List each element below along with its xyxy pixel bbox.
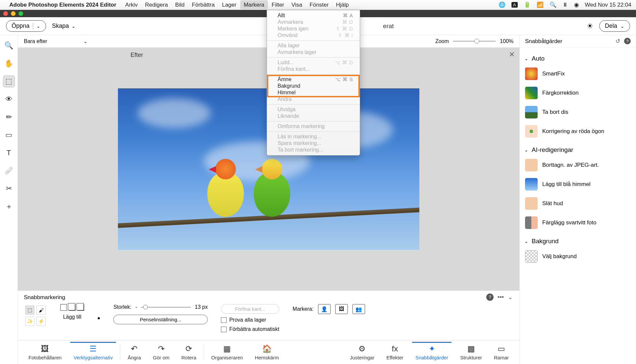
menu-bild[interactable]: Bild <box>172 0 188 9</box>
tool-rail: 🔍 ✋ ⬚ 👁 ✏ ▭ T 🩹 ✂ ＋ <box>0 35 18 364</box>
menu-arkiv[interactable]: Arkiv <box>122 0 141 9</box>
create-label: Skapa <box>52 23 69 29</box>
close-window[interactable] <box>3 11 8 16</box>
action-ta-bort-dis[interactable]: Ta bort dis <box>523 103 633 122</box>
refine-edge-button[interactable]: Förfina kant... <box>221 304 279 314</box>
size-value: 13 px <box>195 304 208 310</box>
action-borttagn-av-jpeg-art-[interactable]: Borttagn. av JPEG-art. <box>523 156 633 175</box>
menu-hjälp[interactable]: Hjälp <box>332 0 352 9</box>
control-center-icon[interactable]: ⏸ <box>562 2 568 8</box>
zoom-slider[interactable] <box>453 41 496 42</box>
action-välj-bakgrund[interactable]: Välj bakgrund <box>523 247 633 266</box>
theme-icon[interactable]: ☀ <box>587 22 593 30</box>
size-slider[interactable] <box>141 307 191 308</box>
after-label: Efter <box>131 52 143 59</box>
globe-icon[interactable]: 🌐 <box>499 1 505 8</box>
minimize-window[interactable] <box>11 11 16 16</box>
tab-ångra[interactable]: ↶Ångra <box>122 342 147 362</box>
section-bakgrund[interactable]: ⌄Bakgrund <box>523 236 633 247</box>
action-färglägg-svartvitt-foto[interactable]: Färglägg svartvitt foto <box>523 213 633 232</box>
menu-item-allt[interactable]: Allt⌘ A <box>267 12 360 19</box>
crop-tool[interactable]: ✂ <box>3 183 15 195</box>
section-auto[interactable]: ⌄Auto <box>523 53 633 64</box>
view-mode-dropdown[interactable]: Bara efter ⌄ <box>24 38 87 44</box>
action-färgkorrektion[interactable]: Färgkorrektion <box>523 83 633 103</box>
help-icon[interactable]: ? <box>486 294 494 301</box>
new-selection-icon[interactable] <box>60 304 67 311</box>
whiten-tool[interactable]: ✏ <box>3 111 15 123</box>
tab-verktygsalternativ[interactable]: ☰Verktygsalternativ <box>68 342 119 362</box>
menu-markera[interactable]: Markera <box>240 0 268 9</box>
mode-tab[interactable]: erat <box>383 23 394 30</box>
brush-select-icon[interactable]: 🖌 <box>36 305 46 315</box>
subtract-selection-icon[interactable] <box>78 304 84 311</box>
brush-settings-button[interactable]: Penselinställning... <box>113 315 208 324</box>
menu-filter[interactable]: Filter <box>268 0 288 9</box>
zoom-tool[interactable]: 🔍 <box>3 40 15 52</box>
quick-select-tool[interactable]: ⬚ <box>3 75 15 87</box>
clock[interactable]: Wed Nov 15 22:04 <box>585 2 632 8</box>
markera-menu: Allt⌘ AAvmarkera⌘ DMarkera igen⇧ ⌘ DOmvä… <box>267 10 360 156</box>
action-korrigering-av-röda-ögon[interactable]: Korrigering av röda ögon <box>523 122 633 141</box>
tab-rotera[interactable]: ⟳Rotera <box>176 342 202 362</box>
select-person-icon[interactable]: 👤 <box>318 304 331 314</box>
close-panel-icon[interactable]: ✕ <box>509 50 515 59</box>
tab-gör om[interactable]: ↷Gör om <box>147 342 176 362</box>
menu-item-bakgrund[interactable]: Bakgrund <box>267 83 360 89</box>
collapse-icon[interactable]: ⌄ <box>508 294 513 301</box>
healing-tool[interactable]: 🩹 <box>3 165 15 177</box>
action-smartfix[interactable]: SmartFix <box>523 64 633 83</box>
menu-lager[interactable]: Lager <box>218 0 240 9</box>
menu-item-markera-igen: Markera igen⇧ ⌘ D <box>267 25 360 32</box>
menu-fönster[interactable]: Fönster <box>306 0 333 9</box>
select-photo-icon[interactable]: 🖼 <box>335 304 348 314</box>
action-lägg-till-blå-himmel[interactable]: Lägg till blå himmel <box>523 175 633 194</box>
stamp-tool[interactable]: ▭ <box>3 129 15 141</box>
action-slät-hud[interactable]: Slät hud <box>523 194 633 213</box>
sample-all-layers-checkbox[interactable]: Prova alla lager <box>221 317 279 323</box>
view-mode-label: Bara efter <box>24 38 47 44</box>
auto-select-icon[interactable]: ⚡ <box>36 317 46 326</box>
tab-fotobehållaren[interactable]: 🖼Fotobehållaren <box>23 342 68 362</box>
tool-options: Snabbmarkering ? ••• ⌄ ⬚ 🖌 ✨ ⚡ <box>18 291 519 340</box>
app-name: Adobe Photoshop Elements 2024 Editor <box>9 2 116 8</box>
hand-tool[interactable]: ✋ <box>3 58 15 69</box>
magic-wand-icon[interactable]: ✨ <box>25 317 34 326</box>
input-icon[interactable]: A <box>511 2 518 8</box>
section-ai-redigeringar[interactable]: ⌄AI-redigeringar <box>523 144 633 156</box>
eye-tool[interactable]: 👁 <box>3 93 15 105</box>
zoom-value: 100% <box>500 38 513 44</box>
tab-effekter[interactable]: fxEffekter <box>380 342 409 362</box>
open-button[interactable]: Öppna ⌄ <box>6 20 46 32</box>
menu-förbättra[interactable]: Förbättra <box>188 0 218 9</box>
right-panel: Snabbåtgärder ↺ ? ⌄AutoSmartFixFärgkorre… <box>519 35 636 364</box>
quick-select-icon[interactable]: ⬚ <box>25 305 34 315</box>
create-button[interactable]: Skapa ⌄ <box>52 23 76 29</box>
move-tool[interactable]: ＋ <box>3 201 15 212</box>
menu-redigera[interactable]: Redigera <box>141 0 172 9</box>
battery-icon[interactable]: 🔋 <box>524 1 531 8</box>
search-icon[interactable]: 🔍 <box>550 1 556 8</box>
tab-justeringar[interactable]: ⚙Justeringar <box>344 342 380 362</box>
reset-icon[interactable]: ↺ <box>615 38 620 45</box>
menu-item-ämne[interactable]: Ämne⌥ ⌘ S <box>267 76 360 83</box>
auto-enhance-checkbox[interactable]: Förbättra automatiskt <box>221 326 279 332</box>
menu-item-läs-in-markering-: Läs in markering... <box>267 133 360 140</box>
wifi-icon[interactable]: 📶 <box>537 1 544 8</box>
siri-icon[interactable]: ◉ <box>574 1 579 8</box>
add-selection-icon[interactable] <box>69 304 76 311</box>
panel-help-icon[interactable]: ? <box>624 38 631 44</box>
menu-item-himmel[interactable]: Himmel <box>267 89 360 96</box>
select-group-icon[interactable]: 👥 <box>352 304 365 314</box>
tab-organiseraren[interactable]: ▦Organiseraren <box>205 342 249 362</box>
tab-ramar[interactable]: ▭Ramar <box>488 342 515 362</box>
more-icon[interactable]: ••• <box>498 294 504 301</box>
tab-strukturer[interactable]: ▩Strukturer <box>454 342 488 362</box>
menu-visa[interactable]: Visa <box>288 0 306 9</box>
open-label: Öppna <box>12 23 29 29</box>
share-button[interactable]: Dela ⌄ <box>599 20 630 32</box>
tab-snabbåtgärder[interactable]: ✦Snabbåtgärder <box>409 342 454 362</box>
type-tool[interactable]: T <box>3 147 15 159</box>
tab-hemskärm[interactable]: 🏠Hemskärm <box>249 342 285 362</box>
maximize-window[interactable] <box>19 11 23 16</box>
